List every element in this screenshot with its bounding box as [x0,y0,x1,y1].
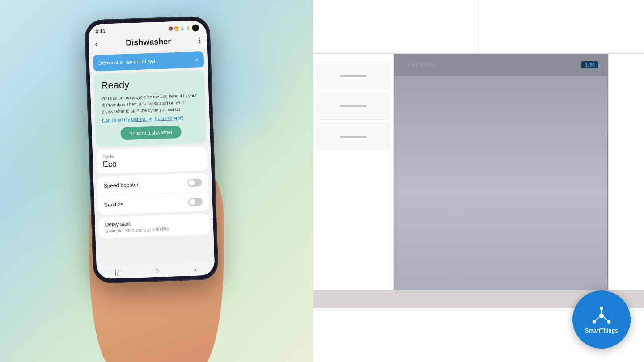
right-panel: SAMSUNG 1:30 Smart [313,0,644,362]
phone-wrapper: 3:11 🔇 📶 📡 🔋 ‹ Dishwasher [85,16,219,283]
ready-link[interactable]: Can I start my dishwasher from this app? [102,114,199,123]
dishwasher-brand: SAMSUNG [408,63,438,67]
ready-title: Ready [101,76,198,92]
sanitize-row: Sanitize [97,192,209,215]
drawer-handle-2 [340,105,367,107]
dishwasher-body [394,76,607,308]
delay-start-section[interactable]: Delay start Example: Start cycle at 3:00… [98,214,210,239]
drawer-2 [318,93,389,120]
phone-screen: 3:11 🔇 📶 📡 🔋 ‹ Dishwasher [88,21,215,279]
left-panel: 3:11 🔇 📶 📡 🔋 ‹ Dishwasher [0,0,313,362]
drawer-handle-3 [340,136,367,138]
ready-description: You can set up a cycle below and send it… [101,92,198,115]
status-time: 3:11 [95,28,105,34]
dishwasher-top-strip: SAMSUNG 1:30 [394,54,607,76]
back-button[interactable]: ‹ [95,39,98,49]
svg-line-6 [604,317,607,320]
page-title: Dishwasher [126,37,171,48]
sanitize-toggle[interactable] [188,198,203,206]
screen-content: Dishwasher ran out of salt. × Ready You … [89,49,214,266]
send-to-dishwasher-button[interactable]: Send to dishwasher [120,126,182,140]
svg-point-1 [600,307,603,310]
battery-icon: 🔋 [186,26,191,30]
smartthings-label: SmartThings [585,328,618,334]
cabinet-left [313,54,394,308]
drawer-handle-1 [340,75,367,77]
upper-cabinet-right [479,0,644,53]
more-dot-2 [199,40,200,41]
wifi-icon: 📶 [174,26,179,30]
drawer-1 [318,63,389,89]
cycle-card[interactable]: Cycle Eco [96,146,208,174]
ready-card: Ready You can set up a cycle below and s… [93,70,207,147]
smartthings-logo-icon [588,306,615,326]
toggle-section: Speed booster Sanitize [97,173,209,215]
nav-home[interactable]: ○ [155,267,159,274]
kitchen-background: SAMSUNG 1:30 Smart [313,0,644,362]
status-icons: 🔇 📶 📡 🔋 [169,24,199,32]
nav-back[interactable]: ‹ [195,266,197,273]
phone: 3:11 🔇 📶 📡 🔋 ‹ Dishwasher [85,16,219,283]
more-dot-1 [199,38,200,39]
camera-dot [192,24,199,32]
signal-icon: 📡 [180,26,185,30]
mute-icon: 🔇 [169,27,173,31]
dishwasher-appliance: SAMSUNG 1:30 [394,54,608,308]
notification-bar: Dishwasher ran out of salt. × [93,51,204,72]
upper-cabinets [313,0,644,54]
upper-cabinet-left [313,0,479,53]
sanitize-label: Sanitize [104,201,123,208]
drawer-3 [318,123,389,150]
more-button[interactable] [199,38,200,43]
nav-recents[interactable]: ||| [114,269,119,276]
cabinet-right [608,54,644,308]
more-dot-3 [199,42,200,43]
notification-text: Dishwasher ran out of salt. [98,58,157,66]
svg-line-5 [596,317,599,320]
smartthings-badge: SmartThings [572,290,631,349]
dishwasher-display: 1:30 [581,61,598,68]
speed-booster-toggle[interactable] [187,178,202,187]
svg-point-0 [599,313,604,318]
speed-booster-label: Speed booster [103,181,139,189]
notification-close-button[interactable]: × [195,56,199,63]
